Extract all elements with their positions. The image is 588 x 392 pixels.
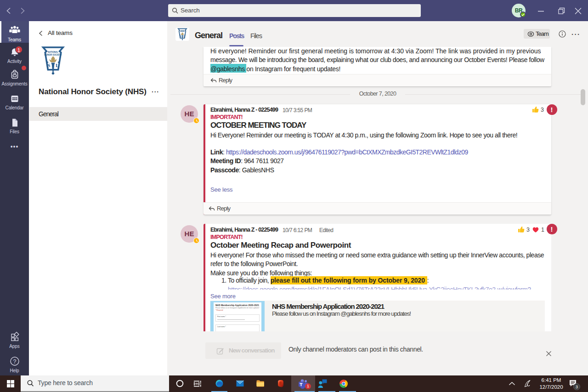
svg-text:NATIONAL: NATIONAL — [48, 51, 58, 53]
svg-text:HONOR SOCIETY: HONOR SOCIETY — [44, 54, 62, 56]
svg-text:L: L — [56, 62, 59, 68]
svg-text:S: S — [47, 62, 50, 68]
svg-text:L: L — [183, 35, 185, 38]
svg-text:?: ? — [13, 358, 16, 365]
